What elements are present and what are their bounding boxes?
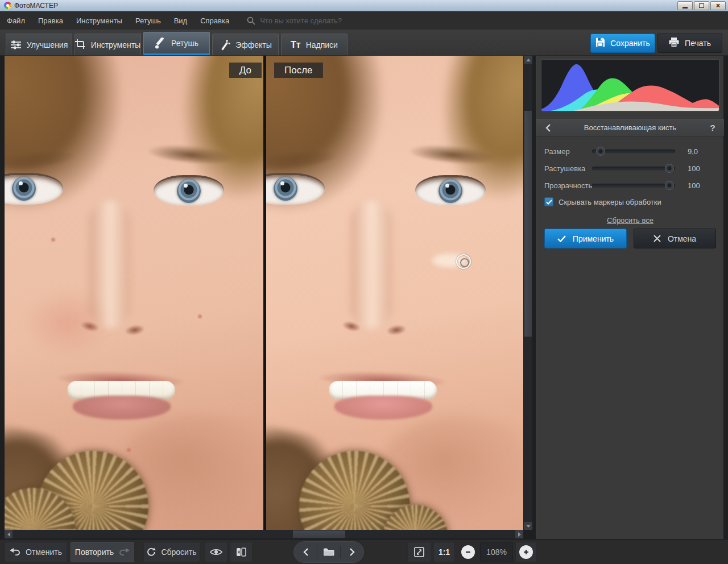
search-input[interactable]: [260, 16, 385, 25]
divider: [317, 546, 317, 558]
tab-captions[interactable]: Tт Надписи: [281, 34, 348, 55]
reset-button[interactable]: Сбросить: [143, 542, 200, 562]
horizontal-scroll-thumb[interactable]: [293, 530, 345, 538]
hide-markers-option[interactable]: Скрывать маркеры обработки: [544, 197, 661, 206]
before-label: До: [229, 63, 262, 78]
horizontal-scrollbar[interactable]: [5, 530, 523, 538]
slider-value: 100: [675, 164, 724, 173]
check-icon: [557, 235, 566, 242]
tab-label: Надписи: [306, 40, 338, 49]
photo-blush: [22, 289, 113, 357]
menu-file[interactable]: Файл: [7, 16, 25, 25]
arrow-down-icon: [526, 525, 531, 528]
menu-edit[interactable]: Правка: [38, 16, 63, 25]
crop-icon: [75, 39, 86, 50]
tool-header: Восстанавливающая кисть ?: [536, 119, 724, 136]
arrow-left-icon: [7, 532, 10, 537]
back-button[interactable]: [536, 124, 559, 132]
menu-help[interactable]: Справка: [200, 16, 229, 25]
tab-effects[interactable]: Эффекты: [212, 34, 279, 55]
before-after-toggle-button[interactable]: [230, 542, 253, 562]
minimize-icon: [682, 7, 688, 9]
save-button[interactable]: Сохранить: [590, 34, 655, 53]
slider-feather: Растушевка 100: [536, 163, 724, 174]
arrow-right-icon: [518, 532, 521, 537]
checkbox-checked-icon[interactable]: [544, 197, 553, 206]
sliders-icon: [10, 40, 22, 50]
undo-button[interactable]: Отменить: [5, 542, 67, 562]
photo-before[interactable]: До: [5, 56, 263, 530]
after-label: После: [274, 63, 323, 78]
cancel-button[interactable]: Отмена: [634, 229, 716, 248]
preview-original-button[interactable]: [205, 542, 228, 562]
magic-wand-icon: [219, 39, 230, 51]
photo-canvas[interactable]: До: [5, 56, 523, 530]
chevron-left-icon: [303, 548, 308, 556]
title-bar: ФотоМАСТЕР ×: [0, 0, 728, 11]
open-folder-button[interactable]: [320, 548, 337, 557]
photo-eye: [154, 175, 224, 206]
tab-retouch[interactable]: Ретушь: [143, 32, 210, 55]
previous-photo-button[interactable]: [297, 548, 314, 556]
scroll-down-button[interactable]: [524, 522, 532, 530]
close-button[interactable]: ×: [710, 1, 726, 10]
help-button[interactable]: ?: [701, 123, 724, 132]
photo-eye: [415, 175, 486, 206]
floppy-icon: [595, 38, 605, 49]
scroll-up-button[interactable]: [524, 56, 532, 64]
feather-slider-thumb[interactable]: [665, 164, 674, 173]
photo-blemish: [127, 448, 131, 452]
opacity-slider-thumb[interactable]: [665, 181, 674, 190]
menu-tools[interactable]: Инструменты: [76, 16, 122, 25]
tab-label: Эффекты: [235, 40, 272, 49]
restore-button[interactable]: [694, 1, 709, 10]
next-photo-button[interactable]: [344, 548, 361, 556]
reset-all-link[interactable]: Сбросить все: [607, 216, 653, 225]
text-icon: Tт: [291, 40, 301, 50]
healing-brush-marker[interactable]: [456, 254, 471, 269]
close-icon: ×: [716, 2, 720, 9]
printer-icon: [669, 38, 679, 49]
feather-slider[interactable]: [592, 167, 675, 171]
minimize-button[interactable]: [677, 1, 693, 10]
save-label: Сохранить: [610, 39, 650, 48]
fit-to-screen-button[interactable]: [407, 542, 431, 562]
quick-search[interactable]: [247, 16, 385, 25]
menu-view[interactable]: Вид: [174, 16, 188, 25]
tab-enhancements[interactable]: Улучшения: [6, 34, 72, 55]
scroll-right-button[interactable]: [515, 530, 523, 538]
workspace: До: [0, 56, 728, 539]
zoom-out-button[interactable]: [457, 542, 479, 562]
app-window: ФотоМАСТЕР × Файл Правка Инструменты Рет…: [0, 0, 728, 564]
photo-after[interactable]: После: [266, 56, 523, 530]
tab-tools[interactable]: Инструменты: [75, 34, 141, 55]
checkbox-label: Скрывать маркеры обработки: [559, 198, 661, 206]
redo-button[interactable]: Повторить: [71, 542, 134, 562]
apply-button[interactable]: Применить: [544, 229, 627, 248]
restore-icon: [699, 3, 704, 8]
bottom-toolbar: Отменить Повторить Сбросить: [0, 539, 728, 564]
photo-blemish: [51, 238, 55, 242]
undo-label: Отменить: [26, 548, 62, 557]
slider-size: Размер 9,0: [536, 146, 724, 157]
zoom-one-to-one-button[interactable]: 1:1: [433, 542, 455, 562]
expand-icon: [414, 547, 424, 557]
scroll-left-button[interactable]: [5, 530, 13, 538]
size-slider[interactable]: [592, 150, 675, 154]
tool-title: Восстанавливающая кисть: [559, 123, 701, 132]
menu-retouch[interactable]: Ретушь: [135, 16, 161, 25]
window-title: ФотоМАСТЕР: [14, 2, 58, 10]
photo-blemish: [198, 314, 202, 318]
slider-label: Прозрачность: [536, 181, 592, 190]
vertical-scroll-thumb[interactable]: [524, 111, 532, 337]
x-icon: [653, 235, 661, 242]
size-slider-thumb[interactable]: [596, 147, 605, 156]
vertical-scrollbar[interactable]: [524, 56, 532, 530]
redo-label: Повторить: [75, 548, 114, 557]
zoom-in-button[interactable]: [515, 542, 537, 562]
folder-icon: [323, 548, 334, 557]
opacity-slider[interactable]: [592, 184, 675, 188]
slider-opacity: Прозрачность 100: [536, 180, 724, 191]
print-button[interactable]: Печать: [657, 34, 722, 53]
minus-icon: [461, 545, 475, 559]
